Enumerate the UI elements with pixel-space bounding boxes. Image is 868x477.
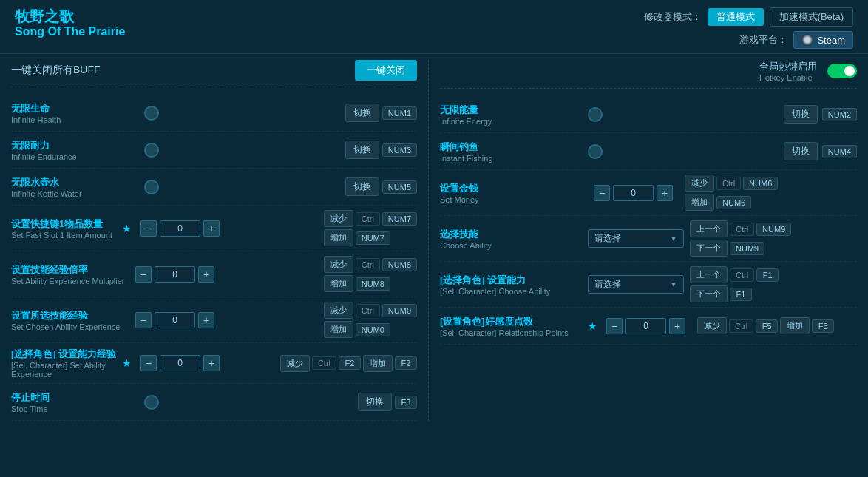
increase-label-money[interactable]: 增加 — [685, 194, 714, 211]
feature-zh: [选择角色] 设置能力经验 — [11, 348, 122, 361]
feature-zh: 设置技能经验倍率 — [11, 263, 129, 277]
right-controls-energy: 切换 NUM2 — [784, 105, 857, 124]
key-badge-num0-increase: NUM0 — [356, 323, 390, 336]
decrement-rel[interactable]: − — [606, 318, 623, 334]
increment-rel[interactable]: + — [669, 318, 685, 334]
steam-button[interactable]: Steam — [793, 31, 853, 49]
steam-icon — [801, 34, 813, 46]
toggle-energy[interactable] — [588, 107, 603, 122]
reduce-label-money[interactable]: 减少 — [685, 175, 714, 192]
feature-infinite-health: 无限生命 Infinite Health 切换 NUM1 — [11, 95, 417, 132]
feature-en: Infinite Energy — [440, 117, 588, 126]
feature-en: Infinite Endurance — [11, 152, 144, 161]
feature-zh: 选择技能 — [440, 228, 588, 241]
number-control-multi: − + — [135, 266, 214, 283]
switch-button-kettle[interactable]: 切换 — [345, 177, 379, 196]
switch-button-energy[interactable]: 切换 — [784, 105, 818, 124]
feature-en: Choose Ability — [440, 241, 588, 250]
decrement-money[interactable]: − — [594, 185, 610, 201]
increase-key-row-chosen: 增加 NUM0 — [324, 321, 417, 338]
feature-label-fast-slot: 设置快捷键1物品数量 Set Fast Slot 1 Item Amount — [11, 217, 122, 240]
next-label-sel[interactable]: 下一个 — [690, 285, 728, 302]
switch-button-stop-time[interactable]: 切换 — [358, 393, 392, 411]
key-badge-f2-reduce: F2 — [339, 356, 361, 370]
key-badge-num8-reduce: NUM8 — [382, 258, 417, 271]
switch-button-endurance[interactable]: 切换 — [345, 141, 379, 159]
increase-label-sel-inline[interactable]: 增加 — [363, 355, 393, 372]
hotkey-enable-toggle[interactable] — [827, 64, 857, 78]
ctrl-badge-chosen-reduce: Ctrl — [356, 304, 380, 317]
sel-ability-select[interactable]: 请选择 ▼ — [588, 275, 684, 294]
toggle-infinite-kettle[interactable] — [144, 180, 159, 194]
increase-label-chosen[interactable]: 增加 — [324, 321, 353, 338]
disable-all-button[interactable]: 一键关闭 — [355, 60, 417, 81]
feature-set-money: 设置金钱 Set Money − + 减少 Ctrl NUM6 增加 NUM6 — [440, 170, 857, 216]
toggle-infinite-endurance[interactable] — [144, 143, 159, 158]
ctrl-badge-ability-prev: Ctrl — [730, 223, 754, 236]
ctrl-badge-rel-reduce: Ctrl — [729, 319, 753, 333]
value-input-chosen[interactable] — [155, 312, 195, 328]
increase-label-multi[interactable]: 增加 — [324, 275, 353, 292]
prev-label-sel[interactable]: 上一个 — [690, 266, 728, 283]
platform-row: 游戏平台： Steam — [739, 31, 853, 49]
mode-beta-button[interactable]: 加速模式(Beta) — [770, 7, 853, 27]
feature-zh: 无限能量 — [440, 104, 588, 117]
value-input-money[interactable] — [613, 185, 654, 201]
switch-button-health[interactable]: 切换 — [345, 104, 379, 122]
increase-key-row-slot: 增加 NUM7 — [324, 229, 417, 246]
select-arrow-ability: ▼ — [670, 234, 677, 243]
reduce-label-chosen[interactable]: 减少 — [324, 302, 353, 319]
increase-key-row-multi: 增加 NUM8 — [324, 275, 417, 292]
increment-slot[interactable]: + — [203, 220, 220, 237]
reduce-label-rel[interactable]: 减少 — [697, 317, 727, 334]
title-block: 牧野之歌 Song Of The Prairie — [15, 7, 125, 38]
feature-label-infinite-endurance: 无限耐力 Infinite Endurance — [11, 139, 144, 161]
prev-label-ability[interactable]: 上一个 — [690, 220, 728, 237]
feature-label-infinite-health: 无限生命 Infinite Health — [11, 102, 144, 124]
decrement-chosen[interactable]: − — [135, 312, 152, 328]
right-top-bar: 全局热键启用 Hotkey Enable — [440, 60, 857, 89]
nav-key-group-sel: 上一个 Ctrl F1 下一个 F1 — [690, 266, 779, 302]
decrement-multi[interactable]: − — [135, 266, 152, 283]
key-group-slot: 减少 Ctrl NUM7 增加 NUM7 — [324, 210, 417, 246]
key-group-money: 减少 Ctrl NUM6 增加 NUM6 — [685, 175, 778, 211]
value-input-rel[interactable] — [625, 318, 666, 334]
value-input-sel[interactable] — [160, 355, 200, 371]
ability-select[interactable]: 请选择 ▼ — [588, 229, 684, 248]
toggle-infinite-health[interactable] — [144, 106, 159, 121]
value-input-slot[interactable] — [160, 220, 200, 237]
next-key-row-ability: 下一个 NUM9 — [690, 240, 791, 257]
feature-en: Set Fast Slot 1 Item Amount — [11, 231, 122, 240]
next-label-ability[interactable]: 下一个 — [690, 240, 728, 257]
reduce-label-slot[interactable]: 减少 — [324, 210, 353, 227]
key-badge-num0-reduce: NUM0 — [382, 304, 417, 317]
increment-chosen[interactable]: + — [198, 312, 214, 328]
feature-zh: [设置角色]好感度点数 — [440, 315, 588, 328]
feature-en: Infinite Kettle Water — [11, 189, 144, 198]
disable-all-label: 一键关闭所有BUFF — [11, 64, 101, 77]
increase-label-slot[interactable]: 增加 — [324, 229, 353, 246]
increment-sel[interactable]: + — [203, 355, 220, 371]
decrement-slot[interactable]: − — [140, 220, 157, 237]
feature-sel-char-choose-ability: [选择角色] 设置能力 [Sel. Character] Choose Abil… — [440, 262, 857, 308]
toggle-stop-time[interactable] — [144, 395, 159, 410]
feature-zh: [选择角色] 设置能力 — [440, 274, 588, 287]
reduce-key-row-chosen: 减少 Ctrl NUM0 — [324, 302, 417, 319]
value-input-multi[interactable] — [155, 266, 195, 283]
mode-normal-button[interactable]: 普通模式 — [708, 8, 764, 26]
increment-multi[interactable]: + — [198, 266, 214, 283]
star-icon-sel: ★ — [122, 357, 132, 369]
reduce-label-sel[interactable]: 减少 — [280, 355, 310, 372]
number-control-rel: − + — [606, 318, 685, 334]
decrement-sel[interactable]: − — [140, 355, 157, 371]
key-badge-num8-increase: NUM8 — [356, 277, 390, 291]
feature-en: Set Money — [440, 195, 588, 204]
toggle-fishing[interactable] — [588, 144, 603, 159]
feature-en: Infinite Health — [11, 115, 144, 124]
increment-money[interactable]: + — [657, 185, 673, 201]
reduce-label-multi[interactable]: 减少 — [324, 256, 353, 273]
increase-label-rel-inline[interactable]: 增加 — [780, 317, 810, 334]
switch-button-fishing[interactable]: 切换 — [784, 142, 818, 160]
sel-ability-placeholder: 请选择 — [594, 278, 621, 291]
number-control-chosen: − + — [135, 312, 214, 328]
